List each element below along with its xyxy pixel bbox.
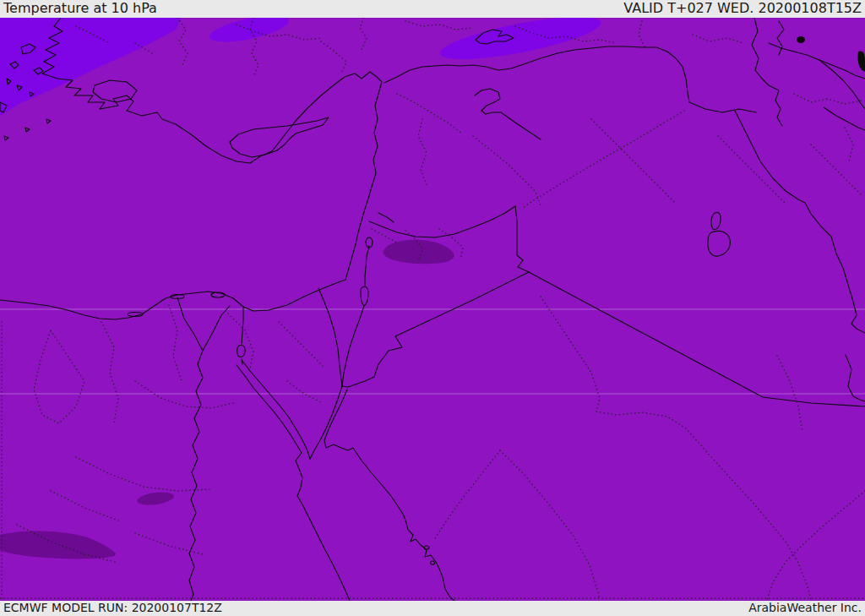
map-title: Temperature at 10 hPa bbox=[3, 0, 157, 17]
model-run-label: ECMWF MODEL RUN: 20200107T12Z bbox=[3, 601, 222, 615]
weather-map-app: Temperature at 10 hPa VALID T+027 WED. 2… bbox=[0, 0, 865, 616]
valid-time-label: VALID T+027 WED. 20200108T15Z bbox=[623, 0, 862, 17]
map-area[interactable] bbox=[0, 18, 865, 601]
weather-map bbox=[0, 18, 865, 601]
credit-label: ArabiaWeather Inc. bbox=[748, 601, 862, 615]
header-bar: Temperature at 10 hPa VALID T+027 WED. 2… bbox=[0, 0, 865, 18]
lake-sevan bbox=[797, 36, 805, 43]
footer-bar: ECMWF MODEL RUN: 20200107T12Z ArabiaWeat… bbox=[0, 601, 865, 616]
